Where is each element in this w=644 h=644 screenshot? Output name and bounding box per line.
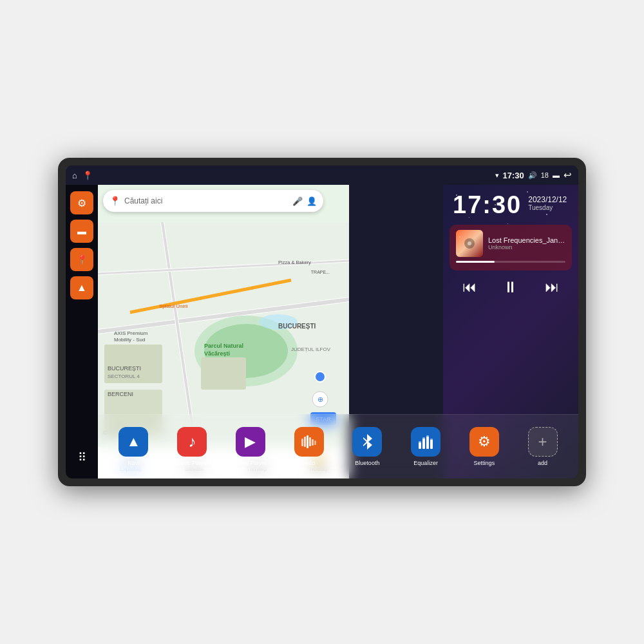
radio-label: radio (303, 460, 316, 466)
sidebar-settings-btn[interactable]: ⚙ (70, 191, 93, 214)
app-navi[interactable]: ▲ Navi (114, 427, 153, 466)
svg-text:Pizza & Bakery: Pizza & Bakery (278, 260, 311, 265)
svg-rect-36 (301, 439, 303, 446)
map-quick-icon[interactable]: 📍 (82, 171, 93, 180)
battery-icon: ▬ (553, 171, 560, 179)
music-title: Lost Frequencies_Janie... (488, 236, 565, 244)
grid-icon: ⠿ (78, 450, 86, 464)
video-label: Video Player (234, 460, 267, 466)
svg-text:⊕: ⊕ (317, 395, 323, 403)
app-equalizer[interactable]: Equalizer (406, 427, 445, 466)
video-icon: ▶ (236, 427, 265, 457)
settings-icon: ⚙ (77, 197, 86, 209)
app-add[interactable]: + add (524, 427, 562, 466)
music-controls: ⏮ ⏸ ⏭ (443, 273, 578, 301)
back-icon[interactable]: ↩ (564, 169, 572, 181)
svg-text:Splaiul Unirii: Splaiul Unirii (159, 303, 188, 309)
svg-rect-47 (422, 437, 425, 439)
music-top: Lost Frequencies_Janie... Unknown (456, 230, 565, 257)
car-head-unit: ⌂ 📍 ▾ 17:30 🔊 18 ▬ ↩ ⚙ ▬ (58, 158, 586, 486)
status-time: 17:30 (503, 171, 524, 180)
settings-app-icon: ⚙ (469, 427, 499, 457)
svg-rect-13 (201, 357, 246, 390)
app-settings[interactable]: ⚙ Settings (465, 427, 504, 466)
wifi-icon: ▾ (495, 171, 499, 180)
svg-text:BUCUREȘTI: BUCUREȘTI (108, 365, 141, 372)
music-artist: Unknown (488, 244, 565, 251)
left-sidebar: ⚙ ▬ 📍 ▲ ⠿ (66, 185, 98, 478)
svg-rect-37 (304, 437, 306, 447)
svg-text:AXIS Premium: AXIS Premium (114, 330, 148, 336)
equalizer-label: Equalizer (413, 460, 438, 466)
clock-section: 17:30 2023/12/12 Tuesday (443, 185, 578, 222)
app-radio[interactable]: radio (290, 427, 328, 466)
clock-time: 17:30 (453, 193, 522, 217)
bluetooth-icon (352, 427, 382, 457)
clock-day: Tuesday (528, 204, 567, 211)
sidebar-nav-btn[interactable]: ▲ (70, 276, 93, 299)
add-icon: + (528, 427, 558, 457)
album-art (456, 230, 483, 257)
equalizer-icon (411, 427, 440, 457)
sidebar-map-btn[interactable]: 📍 (70, 248, 93, 271)
svg-text:Mobility - Sud: Mobility - Sud (114, 337, 145, 343)
music-icon: ♪ (177, 427, 207, 457)
app-video-player[interactable]: ▶ Video Player (231, 427, 270, 466)
music-label: Music Player (175, 460, 209, 466)
svg-rect-48 (426, 435, 429, 437)
next-button[interactable]: ⏭ (542, 276, 562, 298)
svg-text:Parcul Natural: Parcul Natural (204, 343, 243, 349)
nav-icon: ▲ (77, 282, 87, 294)
app-grid: ▲ Navi ♪ Music Player ▶ Video Playe (98, 414, 578, 478)
status-left-icons: ⌂ 📍 (72, 171, 93, 180)
svg-text:SECTORUL 4: SECTORUL 4 (108, 374, 140, 379)
google-maps-icon: 📍 (109, 196, 120, 206)
music-section: Lost Frequencies_Janie... Unknown (450, 225, 572, 270)
account-icon[interactable]: 👤 (307, 196, 317, 206)
svg-rect-44 (426, 437, 429, 449)
battery-level: 18 (541, 171, 549, 179)
svg-rect-40 (312, 439, 314, 446)
svg-point-35 (468, 242, 471, 245)
svg-rect-49 (430, 439, 433, 440)
sidebar-files-btn[interactable]: ▬ (70, 220, 93, 243)
progress-bar (456, 261, 565, 263)
navi-icon: ▲ (118, 427, 148, 457)
map-search-bar[interactable]: 📍 Căutați aici 🎤 👤 (103, 190, 323, 212)
clock-date: 2023/12/12 Tuesday (528, 193, 567, 211)
svg-rect-42 (419, 442, 421, 449)
main-content: ⚙ ▬ 📍 ▲ ⠿ (66, 185, 578, 478)
settings-label: Settings (474, 460, 495, 466)
svg-rect-38 (307, 435, 308, 448)
svg-rect-45 (430, 440, 433, 449)
svg-text:BERCENI: BERCENI (108, 391, 133, 397)
prev-button[interactable]: ⏮ (460, 276, 479, 298)
home-icon[interactable]: ⌂ (72, 171, 77, 180)
map-icon: 📍 (77, 254, 88, 265)
svg-text:JUDEȚUL ILFOV: JUDEȚUL ILFOV (291, 346, 331, 352)
status-bar: ⌂ 📍 ▾ 17:30 🔊 18 ▬ ↩ (66, 166, 578, 185)
progress-fill (456, 261, 495, 263)
sidebar-apps-btn[interactable]: ⠿ (70, 446, 93, 469)
status-right-info: ▾ 17:30 🔊 18 ▬ ↩ (495, 169, 573, 181)
radio-icon (294, 427, 324, 457)
navi-label: Navi (128, 460, 139, 466)
svg-point-27 (315, 372, 325, 382)
files-icon: ▬ (77, 226, 86, 236)
app-bluetooth[interactable]: Bluetooth (348, 427, 386, 466)
clock-date-value: 2023/12/12 (528, 195, 567, 204)
svg-rect-41 (314, 440, 316, 445)
svg-text:BUCUREȘTI: BUCUREȘTI (278, 323, 316, 330)
app-music-player[interactable]: ♪ Music Player (173, 427, 211, 466)
search-placeholder[interactable]: Căutați aici (124, 196, 289, 205)
bluetooth-label: Bluetooth (355, 460, 379, 466)
music-info: Lost Frequencies_Janie... Unknown (488, 236, 565, 251)
pause-button[interactable]: ⏸ (500, 276, 521, 299)
svg-text:Văcărești: Văcărești (204, 350, 230, 357)
mic-icon[interactable]: 🎤 (292, 196, 303, 206)
svg-rect-46 (419, 441, 421, 443)
svg-text:TRAPE...: TRAPE... (311, 270, 330, 274)
volume-icon: 🔊 (528, 171, 537, 180)
svg-rect-39 (309, 437, 311, 446)
add-label: add (538, 460, 547, 466)
